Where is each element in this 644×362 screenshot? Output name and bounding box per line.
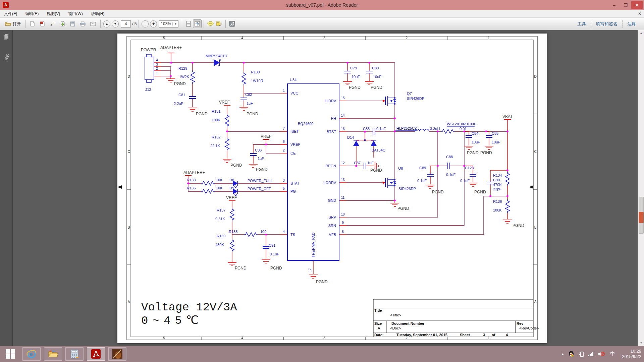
page-number-input[interactable]: 4 [121, 20, 131, 27]
scrolling-mode-button[interactable] [184, 19, 193, 28]
border-row: A [128, 300, 130, 304]
value-label: 9.31K [215, 217, 225, 221]
value-label: 10uF [492, 140, 500, 144]
qq-icon[interactable]: $ [568, 351, 575, 357]
toolbar-right-panel: 工具 填写和签名 注释 [573, 18, 641, 30]
scroll-down-icon[interactable]: ▼ [638, 340, 644, 346]
menu-file[interactable]: 文件(F) [0, 10, 21, 18]
page-thumbnails-button[interactable] [0, 30, 13, 44]
menu-help[interactable]: 帮助(H) [87, 10, 109, 18]
save-button[interactable] [68, 20, 77, 28]
fit-page-button[interactable] [193, 19, 202, 28]
net-label: PGND [371, 85, 382, 90]
previous-page-button[interactable]: ▲ [103, 20, 110, 27]
window-title: subboard_v07.pdf - Adobe Reader [0, 2, 644, 8]
convert-pdf-button[interactable] [38, 20, 48, 28]
toolbar-separator [25, 20, 25, 28]
pin-number: 3 [283, 179, 285, 182]
ref-label: R137 [217, 208, 225, 212]
scroll-up-icon[interactable]: ▲ [638, 30, 644, 36]
menu-view[interactable]: 视图(V) [43, 10, 64, 18]
toolbar: 打开 ▲ ▼ 4 / 5 — ✚ 103%▼ T 工具 填写和签名 注释 [0, 18, 644, 30]
desktop: { "window": { "title": "subboard_v07.pdf… [0, 0, 644, 362]
border-row: A [534, 300, 537, 304]
picture-icon [112, 349, 122, 359]
start-button[interactable] [0, 346, 21, 362]
svg-text:$: $ [572, 355, 573, 357]
titleblock-value: <Doc> [390, 326, 401, 330]
vertical-scrollbar[interactable]: ▲ ▼ [638, 30, 644, 346]
pdf-page: 5 4 3 2 1 5 4 3 2 1 D C B A D C B A [117, 34, 547, 343]
clock-time: 10:29 [622, 349, 641, 354]
value-label: 3.3uH [430, 127, 440, 131]
taskbar-item-adobe-reader[interactable] [87, 347, 105, 361]
ref-label: C83 [363, 127, 370, 131]
value-label: 10uF [352, 75, 360, 79]
led-icon [233, 189, 237, 196]
titleblock-label: Document Number [391, 321, 425, 325]
net-label: PGND [467, 150, 479, 155]
pin-number: 4 [283, 230, 285, 234]
border-col: 1 [488, 36, 490, 40]
comment-button[interactable] [206, 19, 215, 28]
value-label: 10K [216, 186, 223, 190]
menu-window[interactable]: 窗口(W) [64, 10, 87, 18]
ref-label: C91 [269, 243, 275, 247]
border-row: B [534, 226, 537, 229]
value-label: 1W10R [251, 79, 263, 83]
net-label: POWER [141, 48, 156, 52]
zoom-out-button[interactable]: — [142, 20, 149, 27]
ref-label: Q7 [407, 92, 412, 96]
taskbar-clock[interactable]: 10:29 2015/9/22 [622, 349, 641, 359]
taskbar-item-ie[interactable]: e [22, 347, 41, 361]
border-col: 2 [406, 36, 408, 40]
ref-label: R138 [229, 230, 237, 234]
value-label: 10uF [472, 140, 480, 144]
pin-number: 16 [341, 127, 345, 131]
volume-muted-icon[interactable] [598, 351, 605, 357]
net-label: PGND [432, 190, 444, 194]
net-label: PGND [349, 85, 361, 90]
taskbar-item-picture[interactable] [108, 347, 126, 361]
highlight-text-button[interactable]: T [215, 19, 223, 28]
menu-edit[interactable]: 编辑(E) [21, 10, 43, 18]
tools-tab[interactable]: 工具 [573, 21, 591, 27]
print-button[interactable] [77, 20, 88, 28]
pin-number: 9 [342, 221, 344, 225]
attachments-button[interactable] [0, 51, 13, 64]
taskbar-item-calculator[interactable]: 0 [65, 347, 84, 361]
toolbar-separator [182, 20, 182, 28]
document-close-icon[interactable]: ✕ [638, 11, 641, 16]
sign-button[interactable] [48, 20, 58, 28]
network-signal-icon[interactable] [588, 351, 594, 357]
svg-text:0: 0 [75, 351, 76, 353]
zoom-in-button[interactable]: ✚ [150, 20, 157, 27]
ref-label: C82 [245, 93, 252, 97]
zoom-level-select[interactable]: 103%▼ [159, 20, 178, 27]
border-col: 3 [323, 336, 325, 340]
taskbar-item-explorer[interactable] [44, 347, 62, 361]
folder-open-icon [5, 21, 11, 26]
open-button[interactable]: 打开 [3, 20, 23, 28]
comment-tab[interactable]: 注释 [623, 21, 641, 27]
fit-page-icon [194, 21, 200, 27]
fill-sign-tab[interactable]: 填写和签名 [591, 21, 622, 27]
border-row: C [534, 150, 536, 154]
minimize-button[interactable]: – [608, 1, 620, 9]
save-as-button[interactable] [28, 20, 38, 28]
part-link-label[interactable]: IHLP2525CZ [395, 126, 417, 130]
part-link-label[interactable]: WSL2010R0100F [447, 122, 476, 126]
maximize-button[interactable]: ❒ [620, 1, 631, 9]
ime-indicator[interactable]: 中 [609, 350, 616, 358]
ref-label: R139 [217, 234, 225, 238]
next-page-button[interactable]: ▼ [112, 20, 119, 27]
send-button[interactable] [58, 20, 68, 28]
ref-label: C80 [372, 66, 379, 70]
tray-expand-icon[interactable]: ▲ [561, 352, 564, 356]
email-button[interactable] [88, 20, 98, 27]
border-row: D [127, 75, 130, 78]
power-plug-icon[interactable] [578, 351, 584, 357]
close-button[interactable]: ✕ [631, 1, 643, 9]
border-col: 4 [241, 336, 243, 340]
share-button[interactable] [228, 19, 236, 28]
